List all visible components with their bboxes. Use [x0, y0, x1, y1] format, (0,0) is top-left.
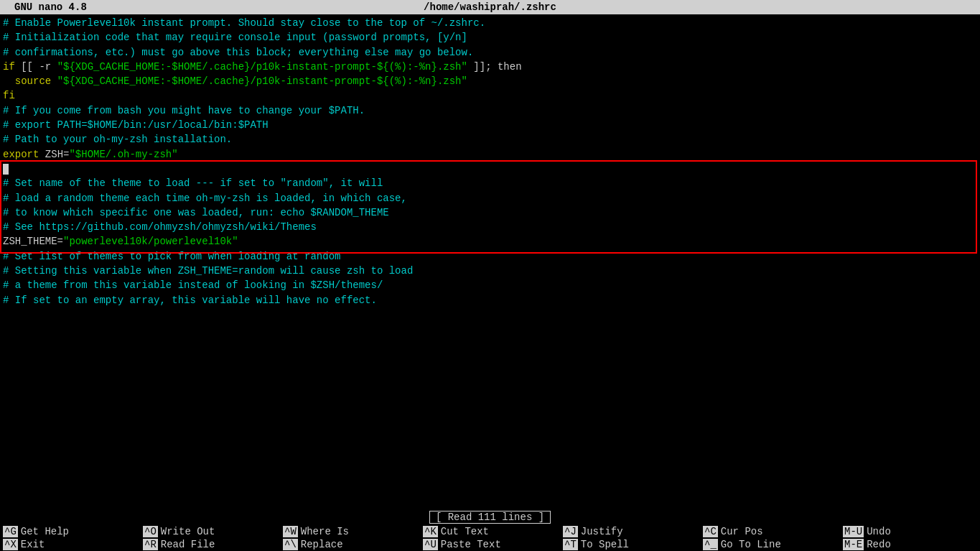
shortcut-label: Write Out: [161, 526, 215, 537]
shortcut-item[interactable]: ^O Write Out: [140, 525, 280, 538]
shortcut-key: M-U: [843, 526, 864, 537]
status-message: [ Read 111 lines ]: [429, 511, 551, 524]
editor-line: fi: [3, 88, 977, 103]
editor-line: # Path to your oh-my-zsh installation.: [3, 132, 977, 147]
editor-line: # Setting this variable when ZSH_THEME=r…: [3, 264, 977, 278]
editor-line: source "${XDG_CACHE_HOME:-$HOME/.cache}/…: [3, 74, 977, 88]
shortcut-item[interactable]: ^R Read File: [140, 538, 280, 551]
shortcut-label: Paste Text: [441, 539, 501, 550]
editor-line: # confirmations, etc.) must go above thi…: [3, 45, 977, 60]
app-title: GNU nano 4.8: [14, 1, 332, 13]
shortcut-label: Replace: [301, 539, 343, 550]
shortcut-key: ^_: [703, 539, 718, 550]
shortcut-label: Go To Line: [721, 539, 781, 550]
editor-line: # Initialization code that may require c…: [3, 30, 977, 45]
shortcut-item[interactable]: ^\ Replace: [280, 538, 420, 551]
editor-content[interactable]: # Enable Powerlevel10k instant prompt. S…: [0, 14, 980, 509]
shortcut-label: To Spell: [581, 539, 629, 550]
shortcut-item[interactable]: M-U Undo: [840, 525, 980, 538]
file-path: /home/washiprah/.zshrc: [332, 1, 649, 13]
shortcut-key: ^\: [283, 539, 298, 550]
shortcut-label: Cut Text: [441, 526, 489, 537]
shortcut-key: ^O: [143, 526, 158, 537]
editor-line: # load a random theme each time oh-my-zs…: [3, 191, 977, 205]
editor-line: # Set name of the theme to load --- if s…: [3, 176, 977, 190]
shortcut-key: ^K: [423, 526, 438, 537]
editor-line: # to know which specific one was loaded,…: [3, 205, 977, 220]
shortcut-item[interactable]: ^T To Spell: [560, 538, 700, 551]
shortcut-item[interactable]: ^X Exit: [0, 538, 140, 551]
shortcut-row: ^G Get Help^O Write Out^W Where Is^K Cut…: [0, 525, 980, 538]
shortcut-key: M-E: [843, 539, 864, 550]
shortcut-item[interactable]: ^K Cut Text: [420, 525, 560, 538]
editor-line: # If set to an empty array, this variabl…: [3, 293, 977, 307]
shortcut-item[interactable]: ^U Paste Text: [420, 538, 560, 551]
editor-line: # export PATH=$HOME/bin:/usr/local/bin:$…: [3, 118, 977, 132]
shortcut-item[interactable]: M-E Redo: [840, 538, 980, 551]
shortcut-label: Justify: [581, 526, 623, 537]
text-cursor: [3, 164, 9, 175]
shortcut-label: Get Help: [21, 526, 69, 537]
editor-line: # If you come from bash you might have t…: [3, 103, 977, 118]
shortcut-bar: ^G Get Help^O Write Out^W Where Is^K Cut…: [0, 525, 980, 551]
shortcut-key: ^U: [423, 539, 438, 550]
shortcut-key: ^W: [283, 526, 298, 537]
editor-line: if [[ -r "${XDG_CACHE_HOME:-$HOME/.cache…: [3, 60, 977, 74]
shortcut-key: ^X: [3, 539, 18, 550]
shortcut-key: ^T: [563, 539, 578, 550]
editor-line: [3, 162, 977, 176]
shortcut-label: Cur Pos: [721, 526, 763, 537]
shortcut-item[interactable]: ^C Cur Pos: [700, 525, 840, 538]
shortcut-row: ^X Exit^R Read File^\ Replace^U Paste Te…: [0, 538, 980, 551]
terminal: GNU nano 4.8 /home/washiprah/.zshrc # En…: [0, 0, 980, 551]
shortcut-item[interactable]: ^G Get Help: [0, 525, 140, 538]
shortcut-item[interactable]: ^J Justify: [560, 525, 700, 538]
status-bar: [ Read 111 lines ]: [0, 509, 980, 525]
shortcut-label: Redo: [867, 539, 891, 550]
shortcut-item[interactable]: ^_ Go To Line: [700, 538, 840, 551]
shortcut-key: ^G: [3, 526, 18, 537]
title-bar: GNU nano 4.8 /home/washiprah/.zshrc: [0, 0, 980, 14]
shortcut-key: ^C: [703, 526, 718, 537]
editor-line: # Enable Powerlevel10k instant prompt. S…: [3, 16, 977, 30]
shortcut-label: Exit: [21, 539, 45, 550]
shortcut-key: ^J: [563, 526, 578, 537]
editor-line: export ZSH="$HOME/.oh-my-zsh": [3, 147, 977, 162]
shortcut-label: Where Is: [301, 526, 349, 537]
editor-line: ZSH_THEME="powerlevel10k/powerlevel10k": [3, 234, 977, 249]
shortcut-label: Undo: [867, 526, 891, 537]
shortcut-key: ^R: [143, 539, 158, 550]
editor-line: # See https://github.com/ohmyzsh/ohmyzsh…: [3, 220, 977, 234]
editor-line: # a theme from this variable instead of …: [3, 278, 977, 292]
shortcut-item[interactable]: ^W Where Is: [280, 525, 420, 538]
editor-line: # Set list of themes to pick from when l…: [3, 249, 977, 264]
shortcut-label: Read File: [161, 539, 215, 550]
